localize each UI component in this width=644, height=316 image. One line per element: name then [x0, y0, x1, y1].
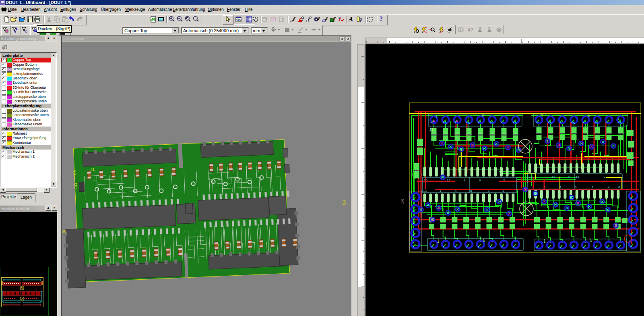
svg-text:J1: J1: [429, 128, 433, 132]
svg-text:J6: J6: [400, 199, 405, 204]
svg-text:3D-Vorschau: 3D-Vorschau: [63, 37, 85, 41]
svg-text:8: 8: [470, 189, 472, 193]
svg-text:12: 12: [551, 175, 555, 179]
svg-text:12: 12: [447, 179, 450, 182]
svg-text:5: 5: [590, 238, 592, 243]
svg-text:C4: C4: [342, 200, 347, 205]
svg-text:6: 6: [479, 179, 481, 182]
svg-text:2: 2: [604, 175, 606, 179]
svg-text:9: 9: [568, 175, 570, 179]
svg-text:4: 4: [559, 185, 561, 189]
svg-text:4: 4: [608, 185, 610, 189]
svg-text:J6: J6: [62, 230, 66, 234]
svg-text:5: 5: [588, 113, 590, 118]
svg-text:4: 4: [455, 189, 457, 193]
svg-text:16: 16: [424, 179, 427, 182]
svg-text:5: 5: [482, 114, 485, 118]
svg-text:13: 13: [423, 189, 427, 193]
svg-text:A?: A?: [468, 28, 473, 32]
svg-text:4: 4: [502, 189, 504, 193]
svg-text:16: 16: [576, 175, 579, 179]
svg-text:1: 1: [488, 189, 490, 193]
svg-text:16: 16: [529, 175, 533, 179]
svg-text:8: 8: [575, 185, 577, 189]
svg-text:?: ?: [380, 15, 383, 22]
svg-text:A: A: [348, 16, 353, 22]
svg-text:C3: C3: [73, 170, 77, 175]
svg-text:2: 2: [503, 179, 505, 182]
svg-text:J1: J1: [90, 167, 95, 172]
svg-text:1: 1: [592, 185, 594, 189]
svg-text:8: 8: [618, 185, 620, 189]
svg-text:1: 1: [543, 239, 546, 243]
svg-text:1: 1: [440, 189, 442, 193]
svg-text:1: 1: [436, 114, 438, 119]
svg-text:1: 1: [437, 239, 440, 243]
svg-text:1: 1: [541, 114, 543, 118]
svg-text:5: 5: [483, 238, 485, 243]
svg-text:9: 9: [464, 179, 466, 182]
svg-text:1: 1: [544, 185, 546, 189]
